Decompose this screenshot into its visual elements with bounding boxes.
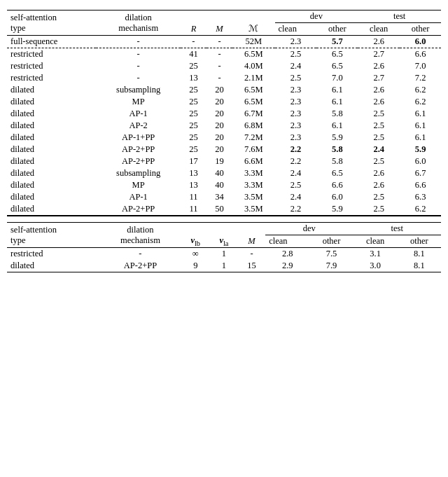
col-header-test-other: other bbox=[400, 23, 441, 36]
table-row: 2.5 bbox=[275, 48, 317, 61]
table-row: 2.5 bbox=[358, 120, 400, 132]
table-row: 40 bbox=[206, 179, 232, 191]
table-row: 3.0 bbox=[354, 260, 398, 272]
table-row: 13 bbox=[181, 167, 206, 179]
col-header-M: M bbox=[206, 11, 232, 36]
table-row: - bbox=[96, 60, 181, 72]
col-header-dev-other: other bbox=[316, 23, 358, 36]
table-row: 6.6M bbox=[232, 155, 275, 167]
table-row: 2.6 bbox=[358, 84, 400, 96]
table-row: 6.8M bbox=[232, 120, 275, 132]
table-row: 6.5M bbox=[232, 84, 275, 96]
table-row: 13 bbox=[181, 179, 206, 191]
col-header-dev-clean: clean bbox=[275, 23, 317, 36]
table-row: 15 bbox=[238, 260, 265, 272]
table-row: 5.9 bbox=[400, 144, 441, 155]
table-row: 2.9 bbox=[265, 260, 309, 272]
table-row: restricted bbox=[7, 248, 99, 261]
col-header-dev: dev bbox=[275, 11, 358, 23]
table-row: 7.9 bbox=[309, 260, 353, 272]
table-row: 7.2 bbox=[400, 72, 441, 84]
table-row: dilated bbox=[7, 96, 96, 108]
col-header-test: test bbox=[358, 11, 441, 23]
table-row: 2.5 bbox=[358, 191, 400, 203]
col-header-script-M: ℳ bbox=[232, 11, 275, 36]
section-caption bbox=[7, 216, 441, 222]
table-row: 1 bbox=[210, 260, 238, 272]
table-row: 8.1 bbox=[398, 248, 441, 261]
table-row: 6.7 bbox=[400, 167, 441, 179]
table-row: 2.6 bbox=[358, 60, 400, 72]
table-row: AP-1 bbox=[96, 108, 181, 120]
col-header-dilation: dilationmechanism bbox=[96, 11, 181, 36]
table-row: - bbox=[206, 48, 232, 61]
table-row: 6.7M bbox=[232, 108, 275, 120]
table-row: 34 bbox=[206, 191, 232, 203]
table-row: 6.6 bbox=[316, 179, 358, 191]
table-row: 6.5 bbox=[316, 60, 358, 72]
table-row: 25 bbox=[181, 84, 206, 96]
table-row: 6.1 bbox=[400, 108, 441, 120]
table-row: 6.6 bbox=[400, 179, 441, 191]
table-row: 41 bbox=[181, 48, 206, 61]
table-row: AP-1+PP bbox=[96, 132, 181, 144]
table-row: 2.5 bbox=[358, 155, 400, 167]
table-row: 6.5M bbox=[232, 96, 275, 108]
table-row: 5.9 bbox=[316, 203, 358, 216]
table-row: 2.3 bbox=[275, 132, 317, 144]
table-row: 2.2 bbox=[275, 155, 317, 167]
table-row: 6.3 bbox=[400, 191, 441, 203]
t2-col-header-test-clean: clean bbox=[354, 235, 398, 248]
table-row: 6.2 bbox=[400, 96, 441, 108]
table-row: - bbox=[99, 248, 181, 261]
table-row: restricted bbox=[7, 60, 96, 72]
table-row: - bbox=[181, 36, 206, 48]
table-row: 2.3 bbox=[275, 84, 317, 96]
table-row: dilated bbox=[7, 179, 96, 191]
col-header-R: R bbox=[181, 11, 206, 36]
table-row: 2.5 bbox=[275, 179, 317, 191]
table-row: 2.4 bbox=[275, 167, 317, 179]
table-row: 3.3M bbox=[232, 167, 275, 179]
table-row: 25 bbox=[181, 108, 206, 120]
table-row: dilated bbox=[7, 167, 96, 179]
table-row: dilated bbox=[7, 84, 96, 96]
table-row: 2.5 bbox=[358, 108, 400, 120]
table-row: 6.5M bbox=[232, 48, 275, 61]
table-row: 4.0M bbox=[232, 60, 275, 72]
table2-container: self-attentiontype dilationmechanism vlb… bbox=[7, 222, 441, 272]
table-row: - bbox=[96, 36, 181, 48]
table-row: 2.7 bbox=[358, 72, 400, 84]
table-row: 40 bbox=[206, 167, 232, 179]
table-row: 6.0 bbox=[400, 36, 441, 48]
table-row: 6.1 bbox=[400, 120, 441, 132]
table-row: dilated bbox=[7, 260, 99, 272]
table-row: 3.5M bbox=[232, 191, 275, 203]
table-row: dilated bbox=[7, 132, 96, 144]
table-row: 2.2 bbox=[275, 203, 317, 216]
table-row: 5.8 bbox=[316, 108, 358, 120]
table-row: 6.1 bbox=[316, 96, 358, 108]
table-row: 2.6 bbox=[358, 167, 400, 179]
table-row: subsampling bbox=[96, 84, 181, 96]
table-row: 25 bbox=[181, 60, 206, 72]
table1-container: self-attentiontype dilationmechanism R M… bbox=[7, 10, 441, 216]
table-row: 2.5 bbox=[358, 203, 400, 216]
table-row: AP-2+PP bbox=[96, 144, 181, 155]
table-row: AP-2+PP bbox=[96, 203, 181, 216]
table-row: AP-2+PP bbox=[96, 155, 181, 167]
table-row: 2.7 bbox=[358, 48, 400, 61]
table-row: 1 bbox=[210, 248, 238, 261]
table-row: 2.8 bbox=[265, 248, 309, 261]
table-row: dilated bbox=[7, 203, 96, 216]
table-row: MP bbox=[96, 179, 181, 191]
table-row: dilated bbox=[7, 191, 96, 203]
t2-col-header-test: test bbox=[354, 223, 441, 235]
table-row: 5.9 bbox=[316, 132, 358, 144]
table-row: 6.0 bbox=[316, 191, 358, 203]
table-row: 20 bbox=[206, 108, 232, 120]
table2: self-attentiontype dilationmechanism vlb… bbox=[7, 222, 441, 272]
table-row: - bbox=[96, 48, 181, 61]
table-row: subsampling bbox=[96, 167, 181, 179]
table-row: 7.6M bbox=[232, 144, 275, 155]
